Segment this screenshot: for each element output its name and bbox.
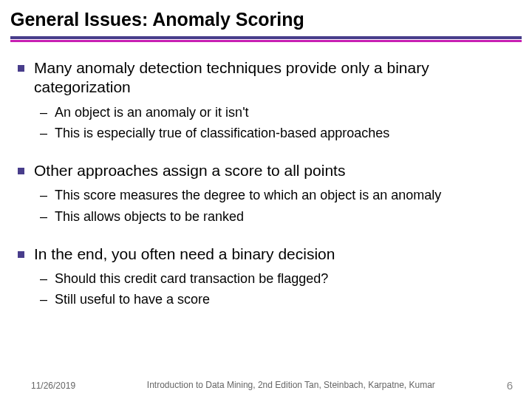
sub-bullet: Still useful to have a score [40,290,526,308]
footer-source: Introduction to Data Mining, 2nd Edition… [75,380,507,391]
footer-page: 6 [507,379,513,392]
bullet-item: Many anomaly detection techniques provid… [18,58,526,142]
sub-bullet: This score measures the degree to which … [40,186,526,204]
slide-footer: 11/26/2019 Introduction to Data Mining, … [0,379,532,392]
bullet-text: Many anomaly detection techniques provid… [34,58,526,98]
footer-date: 11/26/2019 [31,381,75,391]
sub-bullet: This allows objects to be ranked [40,208,526,225]
bullet-item: Other approaches assign a score to all p… [18,161,526,225]
sub-bullet: An object is an anomaly or it isn't [40,103,526,121]
slide-body: Many anomaly detection techniques provid… [0,42,532,309]
sub-bullet: Should this credit card transaction be f… [40,270,526,287]
slide-title: General Issues: Anomaly Scoring [0,0,532,35]
bullet-text: Other approaches assign a score to all p… [34,161,526,180]
bullet-item: In the end, you often need a binary deci… [18,245,526,309]
bullet-text: In the end, you often need a binary deci… [34,245,526,264]
sub-bullet: This is especially true of classificatio… [40,124,526,142]
title-rule [10,36,522,42]
